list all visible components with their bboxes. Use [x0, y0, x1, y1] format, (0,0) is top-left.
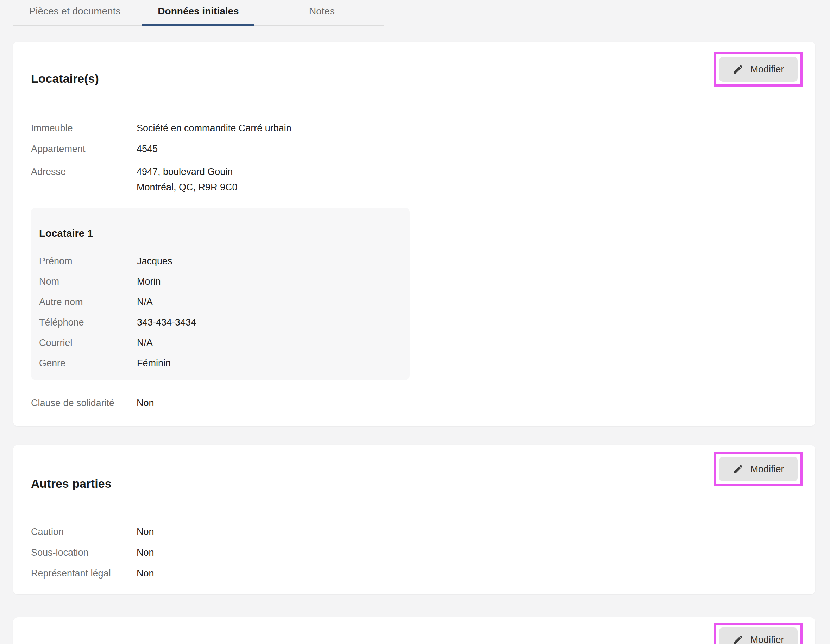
field-row-appartement: Appartement 4545	[31, 143, 815, 155]
field-value: Féminin	[137, 358, 171, 369]
pencil-icon	[732, 464, 744, 475]
field-row-sous-location: Sous-location Non	[31, 547, 815, 558]
field-row-adresse: Adresse 4947, boulevard Gouin Montréal, …	[31, 164, 815, 195]
tab-donnees-initiales[interactable]: Données initiales	[136, 0, 260, 25]
locataire-1-title: Locataire 1	[39, 227, 410, 240]
field-value: Non	[136, 397, 154, 408]
locataire-1-subcard: Locataire 1 Prénom Jacques Nom Morin Aut…	[31, 207, 410, 380]
field-value: N/A	[137, 337, 153, 348]
modifier-bail-button[interactable]: Modifier	[719, 627, 798, 644]
field-value: Jacques	[137, 255, 173, 267]
field-label: Téléphone	[39, 317, 137, 328]
modifier-highlight-annotation: Modifier	[714, 52, 803, 87]
field-row-nom: Nom Morin	[39, 276, 410, 287]
field-value: Non	[136, 526, 154, 537]
modifier-button-label: Modifier	[750, 64, 784, 75]
autres-parties-card: Autres parties Modifier Caution Non Sous…	[13, 445, 815, 594]
pencil-icon	[732, 634, 744, 644]
field-row-genre: Genre Féminin	[39, 358, 410, 369]
field-row-autre-nom: Autre nom N/A	[39, 296, 410, 308]
locataires-card-title: Locataire(s)	[31, 71, 815, 86]
modifier-highlight-annotation: Modifier	[714, 452, 803, 486]
modifier-button-label: Modifier	[750, 464, 784, 475]
field-row-caution: Caution Non	[31, 526, 815, 537]
modifier-locataires-button[interactable]: Modifier	[719, 57, 798, 82]
field-row-clause-solidarite: Clause de solidarité Non	[31, 397, 815, 408]
tab-bar: Pièces et documents Données initiales No…	[13, 0, 384, 26]
field-label: Immeuble	[31, 122, 136, 134]
field-label: Adresse	[31, 164, 136, 195]
field-label: Appartement	[31, 143, 136, 155]
locataires-card: Locataire(s) Modifier Immeuble Société e…	[13, 41, 815, 426]
modifier-autres-parties-button[interactable]: Modifier	[719, 457, 798, 481]
field-value: Morin	[137, 276, 161, 287]
field-row-representant-legal: Représentant légal Non	[31, 568, 815, 579]
field-value: Non	[136, 547, 154, 558]
field-label: Clause de solidarité	[31, 397, 136, 408]
field-row-courriel: Courriel N/A	[39, 337, 410, 348]
tab-notes[interactable]: Notes	[260, 0, 384, 25]
field-value: 4545	[136, 143, 158, 155]
autres-parties-fields: Caution Non Sous-location Non Représenta…	[31, 526, 815, 579]
locataire-1-fields: Prénom Jacques Nom Morin Autre nom N/A T…	[39, 255, 410, 369]
field-label: Sous-location	[31, 547, 136, 558]
bail-card: Bail Modifier	[13, 617, 815, 644]
field-row-immeuble: Immeuble Société en commandite Carré urb…	[31, 122, 815, 134]
field-row-telephone: Téléphone 343-434-3434	[39, 317, 410, 328]
field-label: Représentant légal	[31, 568, 136, 579]
autres-parties-card-title: Autres parties	[31, 476, 815, 491]
field-row-prenom: Prénom Jacques	[39, 255, 410, 267]
field-label: Nom	[39, 276, 137, 287]
immeuble-link[interactable]: Société en commandite Carré urbain	[136, 122, 291, 134]
field-value: 4947, boulevard Gouin Montréal, QC, R9R …	[136, 164, 238, 195]
field-value: 343-434-3434	[137, 317, 196, 328]
field-label: Prénom	[39, 255, 137, 267]
field-label: Genre	[39, 358, 137, 369]
modifier-button-label: Modifier	[750, 635, 784, 644]
tab-pieces-et-documents[interactable]: Pièces et documents	[13, 0, 136, 25]
field-label: Caution	[31, 526, 136, 537]
field-value: N/A	[137, 296, 153, 308]
modifier-highlight-annotation: Modifier	[714, 622, 803, 644]
adresse-line2: Montréal, QC, R9R 9C0	[136, 182, 238, 193]
field-label: Autre nom	[39, 296, 137, 308]
field-label: Courriel	[39, 337, 137, 348]
pencil-icon	[732, 64, 744, 75]
field-value: Non	[136, 568, 154, 579]
locataires-fields: Immeuble Société en commandite Carré urb…	[31, 122, 815, 195]
adresse-line1: 4947, boulevard Gouin	[136, 166, 233, 177]
